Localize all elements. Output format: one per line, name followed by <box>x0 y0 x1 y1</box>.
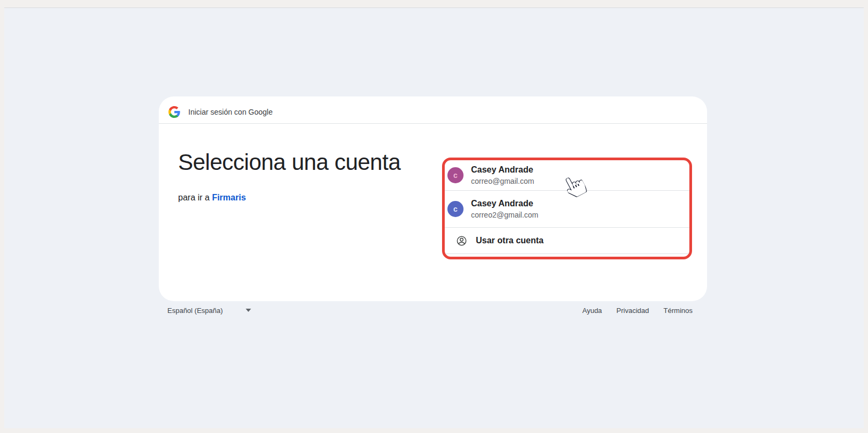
account-text: Casey Andrade correo@gmail.com <box>471 164 534 186</box>
page-title: Selecciona una cuenta <box>178 150 400 175</box>
annotation-highlight-box: c Casey Andrade correo@gmail.com c Casey… <box>442 158 692 259</box>
language-selector-value: Español (España) <box>167 307 223 315</box>
footer-link-terminos[interactable]: Términos <box>664 307 693 315</box>
account-name: Casey Andrade <box>471 198 538 210</box>
use-other-account-row[interactable]: Usar otra cuenta <box>445 228 689 253</box>
avatar: c <box>447 167 464 183</box>
use-other-account-label: Usar otra cuenta <box>476 236 543 245</box>
account-email: correo2@gmail.com <box>471 210 538 220</box>
footer-links: Ayuda Privacidad Términos <box>582 307 693 315</box>
account-text: Casey Andrade correo2@gmail.com <box>471 198 538 220</box>
footer-link-privacidad[interactable]: Privacidad <box>616 307 649 315</box>
subtitle: para ir a Firmaris <box>178 193 246 203</box>
account-row-1[interactable]: c Casey Andrade correo@gmail.com <box>445 160 689 190</box>
account-name: Casey Andrade <box>471 164 534 176</box>
google-g-logo-icon <box>168 106 180 118</box>
language-selector[interactable]: Español (España) <box>159 307 251 315</box>
avatar: c <box>447 201 464 217</box>
card-header: Iniciar sesión con Google <box>159 96 707 124</box>
caret-down-icon <box>246 309 251 312</box>
footer: Español (España) Ayuda Privacidad Términ… <box>159 303 707 317</box>
sign-in-card: Iniciar sesión con Google Selecciona una… <box>159 96 707 301</box>
divider <box>445 253 689 254</box>
footer-link-ayuda[interactable]: Ayuda <box>582 307 602 315</box>
subtitle-prefix: para ir a <box>178 193 212 202</box>
app-link-firmaris[interactable]: Firmaris <box>212 193 246 202</box>
account-email: correo@gmail.com <box>471 176 534 186</box>
account-row-2[interactable]: c Casey Andrade correo2@gmail.com <box>445 191 689 227</box>
person-circle-icon <box>456 235 467 247</box>
header-title: Iniciar sesión con Google <box>188 108 273 116</box>
